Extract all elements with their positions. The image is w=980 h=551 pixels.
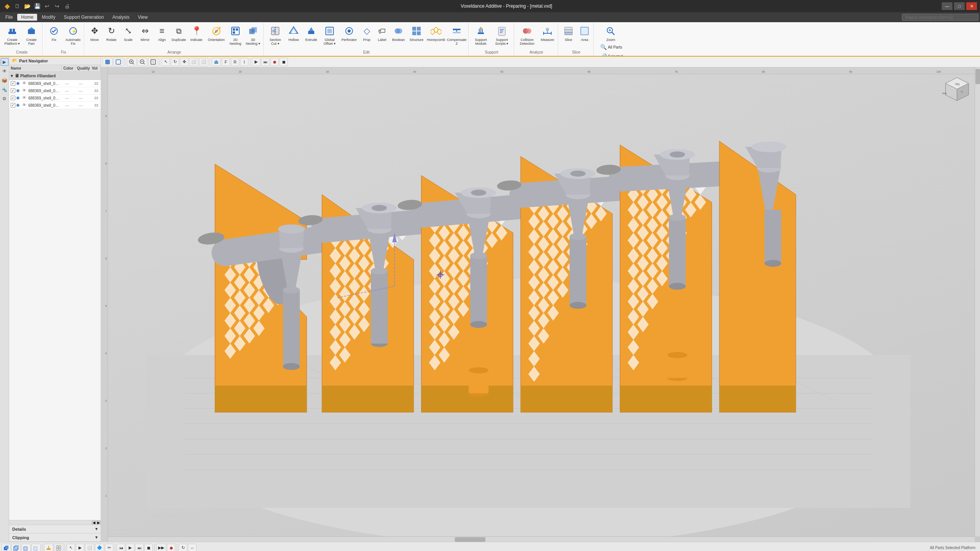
- move-button[interactable]: ✥ Move: [87, 24, 103, 43]
- collision-detection-button[interactable]: ! Collision Detection: [516, 24, 538, 47]
- hollow-button[interactable]: Hollow: [285, 24, 302, 43]
- vp-display-mode-2[interactable]: [113, 58, 123, 66]
- bt-grid-toggle[interactable]: [54, 544, 63, 551]
- zoom-all-parts-button[interactable]: 🔍 All Parts: [598, 43, 626, 51]
- bt-record[interactable]: ⏺: [167, 544, 175, 551]
- undo-btn[interactable]: ↩: [43, 2, 51, 10]
- details-section[interactable]: Details ▾: [9, 525, 101, 533]
- command-search[interactable]: [902, 14, 978, 21]
- duplicate-button[interactable]: ⧉ Duplicate: [171, 24, 187, 43]
- zoom-button[interactable]: Zoom: [602, 24, 619, 43]
- vp-select-rect[interactable]: ⬜: [189, 58, 198, 66]
- view-cube[interactable]: Sky Side Fr: [942, 76, 972, 106]
- menu-view[interactable]: View: [134, 14, 152, 21]
- vp-zoom-in[interactable]: [127, 58, 137, 66]
- slice-button[interactable]: Slice: [560, 24, 577, 43]
- vp-rotate-view[interactable]: ↻: [171, 58, 179, 66]
- vp-step-fwd[interactable]: ⏭: [261, 58, 270, 66]
- tree-item-3[interactable]: ✓ ◉ 👁 688369_shell_0_supp... — — 22.: [9, 95, 101, 102]
- bt-play-fwd[interactable]: ▶▶: [156, 544, 166, 551]
- align-button[interactable]: ≡ Align: [154, 24, 170, 43]
- menu-analysis[interactable]: Analysis: [108, 14, 133, 21]
- bt-next-frame[interactable]: ⏭: [135, 544, 144, 551]
- vp-zoom-out[interactable]: [137, 58, 147, 66]
- bt-arrow-right[interactable]: ▶: [76, 544, 84, 551]
- menu-support-generation[interactable]: Support Generation: [60, 14, 108, 21]
- automatic-fix-button[interactable]: ⚡ Automatic Fix: [64, 24, 82, 47]
- new-btn[interactable]: 🗋: [13, 2, 21, 10]
- save-btn[interactable]: 💾: [33, 2, 41, 10]
- support-module-button[interactable]: Support Module: [471, 24, 491, 47]
- bt-lasso[interactable]: 🔷: [95, 544, 104, 551]
- create-part-button[interactable]: Create Part: [22, 24, 41, 47]
- vert-support-btn[interactable]: 🔩: [1, 86, 8, 93]
- mirror-button[interactable]: ⇔ Mirror: [137, 24, 153, 43]
- orientation-button[interactable]: 🧭 Orientation: [206, 24, 227, 43]
- section-cut-button[interactable]: Section Cut ▾: [266, 24, 284, 47]
- close-btn[interactable]: ✕: [966, 2, 977, 10]
- open-btn[interactable]: 📂: [23, 2, 31, 10]
- label-button[interactable]: 🏷 Label: [375, 24, 389, 43]
- checkbox-1[interactable]: ✓: [11, 81, 15, 86]
- fix-button[interactable]: Fix: [45, 24, 63, 43]
- vert-part-btn[interactable]: 📦: [1, 77, 8, 84]
- vert-view-btn[interactable]: 👁: [1, 67, 8, 75]
- vert-select-btn[interactable]: ▶: [1, 58, 8, 66]
- viewport-scrollbar-horizontal[interactable]: [108, 536, 975, 542]
- 3d-nesting-button[interactable]: 3D Nesting ▾: [244, 24, 262, 47]
- bt-transparent[interactable]: [31, 544, 41, 551]
- checkbox-4[interactable]: ✓: [11, 103, 15, 108]
- scale-button[interactable]: ⤡ Scale: [120, 24, 136, 43]
- bt-rotate-cw[interactable]: ↻: [179, 544, 187, 551]
- boolean-button[interactable]: Boolean: [390, 24, 407, 43]
- tree-item-2[interactable]: ✓ ◉ 👁 688369_shell_0_supp... — — 22.: [9, 87, 101, 95]
- create-platform-button[interactable]: Create Platform ▾: [3, 24, 21, 47]
- 2d-nesting-button[interactable]: 2D Nesting: [227, 24, 243, 47]
- viewport-scrollbar-vertical[interactable]: [975, 67, 980, 536]
- perforator-button[interactable]: Perforator: [340, 24, 359, 43]
- rotate-button[interactable]: ↻ Rotate: [103, 24, 119, 43]
- bt-arrow-select[interactable]: ↖: [67, 544, 75, 551]
- bt-paint[interactable]: ✏: [105, 544, 113, 551]
- zoom-selected-button[interactable]: 🔎 Selected: [598, 52, 626, 57]
- area-button[interactable]: Area: [577, 24, 592, 43]
- tree-item-4[interactable]: ✓ ◉ 👁 688369_shell_0_supp... — — 22.: [9, 102, 101, 109]
- bt-support-toggle[interactable]: [44, 544, 53, 551]
- checkbox-3[interactable]: ✓: [11, 96, 15, 100]
- measure-button[interactable]: Measure: [539, 24, 556, 43]
- compensate-z-button[interactable]: Compensate Z: [447, 24, 467, 47]
- vp-cursor-normal[interactable]: ↖: [162, 58, 170, 66]
- redo-btn[interactable]: ↪: [53, 2, 61, 10]
- tree-item-1[interactable]: ✓ ◉ 👁 688369_shell_0_supp... — — 22.: [9, 80, 101, 87]
- bt-cube-solid[interactable]: [2, 544, 11, 551]
- vp-select-circle[interactable]: ⬜: [199, 58, 208, 66]
- structure-button[interactable]: Structure: [408, 24, 425, 43]
- extrude-button[interactable]: Extrude: [303, 24, 320, 43]
- clipping-section[interactable]: Clipping ▾: [9, 533, 101, 542]
- vp-right-view[interactable]: R: [231, 58, 239, 66]
- bt-stop[interactable]: ⏹: [144, 544, 153, 551]
- prop-button[interactable]: ◇ Prop: [359, 24, 374, 43]
- menu-home[interactable]: Home: [17, 14, 37, 21]
- maximize-btn[interactable]: □: [954, 2, 965, 10]
- minimize-btn[interactable]: —: [942, 2, 952, 10]
- vp-display-mode-1[interactable]: [103, 58, 113, 66]
- viewport[interactable]: ↖ ↻ ✥ ⬜ ⬜ F R I ▶ ⏭ ⏺ ⏹ 9 8 7 6: [101, 57, 980, 542]
- vp-top-view[interactable]: [212, 58, 221, 66]
- bt-flat[interactable]: [21, 544, 31, 551]
- vp-stop[interactable]: ⏹: [279, 58, 288, 66]
- vp-play[interactable]: ▶: [252, 58, 260, 66]
- bt-prev-frame[interactable]: ⏮: [117, 544, 125, 551]
- checkbox-2[interactable]: ✓: [11, 88, 15, 93]
- vert-settings-btn[interactable]: ⚙: [1, 95, 8, 103]
- bt-flip-h[interactable]: ↔: [188, 544, 196, 551]
- honeycomb-button[interactable]: Honeycomb: [426, 24, 446, 43]
- global-offset-button[interactable]: Global Offset ▾: [320, 24, 339, 47]
- vp-pan[interactable]: ✥: [180, 58, 188, 66]
- bt-rect-select[interactable]: ⬜: [85, 544, 94, 551]
- indicate-button[interactable]: 📍 Indicate: [188, 24, 205, 43]
- vp-fit-all[interactable]: [148, 58, 158, 66]
- bt-wireframe[interactable]: [11, 544, 21, 551]
- vp-record[interactable]: ⏺: [270, 58, 279, 66]
- bt-play-pause[interactable]: ▶: [126, 544, 134, 551]
